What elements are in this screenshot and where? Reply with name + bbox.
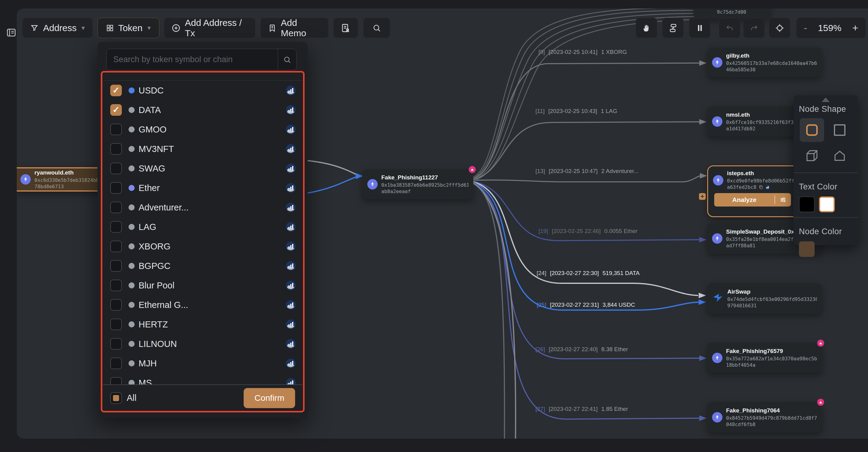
token-row-adventurer[interactable]: ✓ Adventurer...: [103, 198, 303, 217]
node-partial-top[interactable]: 9c75dc7d00: [693, 8, 770, 19]
ethereum-icon: [712, 233, 722, 244]
search-icon: [372, 24, 381, 33]
token-row-mv3nft[interactable]: ✓ MV3NFT: [103, 139, 303, 159]
checkbox-unchecked[interactable]: ✓: [110, 358, 122, 369]
checkbox-unchecked[interactable]: ✓: [110, 260, 122, 272]
edge-label-26[interactable]: [26] [2023-02-27 22:40] 8.38 Ether: [535, 346, 628, 353]
token-row-data[interactable]: ✓ DATA: [103, 100, 303, 120]
etherscan-icon[interactable]: [286, 280, 296, 290]
shape-square-option[interactable]: [828, 118, 852, 142]
token-row-bgpgc[interactable]: ✓ BGPGC: [103, 256, 303, 276]
analyze-button[interactable]: Analyze: [714, 193, 791, 207]
etherscan-icon[interactable]: [286, 339, 296, 349]
checkbox-unchecked[interactable]: ✓: [110, 143, 122, 155]
token-search-input[interactable]: [106, 49, 278, 70]
shape-rounded-square-option[interactable]: [800, 118, 824, 142]
token-row-usdc[interactable]: ✓ USDC: [103, 81, 303, 100]
etherscan-icon[interactable]: [286, 242, 296, 251]
zoom-in-button[interactable]: +: [852, 22, 858, 34]
etherscan-icon[interactable]: [765, 185, 770, 190]
edge-label-9[interactable]: [9] [2023-02-25 10:41] 1 XBORG: [538, 49, 627, 55]
address-filter-button[interactable]: Address ▾: [22, 18, 93, 38]
checkbox-unchecked[interactable]: ✓: [110, 241, 122, 252]
etherscan-icon[interactable]: [286, 222, 296, 232]
token-row-ethernal[interactable]: ✓ Ethernal G...: [103, 295, 303, 314]
etherscan-icon[interactable]: [286, 183, 296, 193]
checkbox-unchecked[interactable]: ✓: [110, 163, 122, 174]
etherscan-icon[interactable]: [286, 359, 296, 368]
node-color-brown-swatch[interactable]: [799, 241, 815, 257]
node-settings-icon[interactable]: [775, 197, 791, 203]
select-all-checkbox[interactable]: [110, 392, 122, 404]
etherscan-icon[interactable]: [286, 378, 296, 384]
token-search-submit[interactable]: [278, 49, 296, 70]
expand-node-button[interactable]: +: [699, 193, 706, 200]
edge-label-27[interactable]: [27] [2023-02-27 22:41] 1.85 Ether: [535, 406, 628, 413]
checkbox-checked[interactable]: ✓: [110, 85, 122, 96]
checkbox-unchecked[interactable]: ✓: [110, 280, 122, 291]
node-gilby[interactable]: gilby.eth 0x42560517b33a7e68cda1640aa47b…: [707, 48, 822, 78]
zoom-level: 159%: [818, 23, 841, 33]
checkbox-unchecked[interactable]: ✓: [110, 319, 122, 330]
shape-cube-option[interactable]: [800, 144, 824, 168]
token-search-box: [106, 49, 297, 70]
checkbox-unchecked[interactable]: ✓: [110, 124, 122, 135]
edge-label-11[interactable]: [11] [2023-02-25 10:43] 1 LAG: [535, 108, 617, 115]
checkbox-unchecked[interactable]: ✓: [110, 338, 122, 350]
etherscan-icon[interactable]: [286, 261, 296, 271]
locate-center-button[interactable]: [769, 18, 790, 38]
token-row-lilnoun[interactable]: ✓ LILNOUN: [103, 334, 303, 354]
auto-layout-button[interactable]: [662, 18, 684, 38]
etherscan-icon[interactable]: [286, 125, 296, 134]
token-row-gmoo[interactable]: ✓ GMOO: [103, 120, 303, 139]
text-color-black-swatch[interactable]: [799, 197, 815, 212]
checkbox-unchecked[interactable]: ✓: [110, 182, 122, 194]
edge-label-19[interactable]: [19] [2023-02-25 22:46] 0.0055 Ether: [538, 228, 638, 235]
checkbox-unchecked[interactable]: ✓: [110, 202, 122, 213]
checkbox-unchecked[interactable]: ✓: [110, 221, 122, 233]
node-fake-phishing11227[interactable]: Fake_Phishing11227 0x1ba383587e6b6e8925b…: [363, 169, 473, 199]
token-row-lag[interactable]: ✓ LAG: [103, 217, 303, 237]
etherscan-icon[interactable]: [286, 86, 296, 95]
token-row-ether[interactable]: ✓ Ether: [103, 178, 303, 198]
token-row-blur-pool[interactable]: ✓ Blur Pool: [103, 276, 303, 295]
node-airswap[interactable]: AirSwap 0x74de5d4fcbf63e00296fd95d33236b…: [707, 283, 822, 314]
etherscan-icon[interactable]: [286, 163, 296, 173]
edge-label-25[interactable]: [25] [2023-02-27 22:31] 3,844 USDC: [537, 302, 635, 308]
copy-icon[interactable]: [759, 185, 763, 189]
add-memo-button[interactable]: Add Memo: [260, 18, 329, 38]
token-dot: [128, 107, 135, 113]
search-button[interactable]: [363, 18, 390, 38]
etherscan-icon[interactable]: [286, 203, 296, 212]
redo-button[interactable]: [743, 18, 765, 38]
hand-icon: [642, 24, 651, 33]
token-filter-button[interactable]: Token ▾: [97, 18, 159, 38]
text-color-white-swatch[interactable]: [819, 197, 835, 212]
etherscan-icon[interactable]: [286, 144, 296, 154]
add-address-tx-button[interactable]: Add Address / Tx: [164, 18, 255, 38]
token-row-hertz[interactable]: ✓ HERTZ: [103, 314, 303, 334]
shape-house-option[interactable]: [828, 144, 852, 168]
undo-button[interactable]: [719, 18, 740, 38]
edge-label-24[interactable]: [24] [2023-02-27 22:30] 519,351 DATA: [537, 270, 640, 277]
edge-label-13[interactable]: [13] [2023-02-25 10:47] 2 Adventurer...: [535, 168, 639, 175]
checkbox-checked[interactable]: ✓: [110, 104, 122, 116]
sidebar-toggle-button[interactable]: [5, 26, 18, 39]
token-row-mjh[interactable]: ✓ MJH: [103, 354, 303, 373]
confirm-button[interactable]: Confirm: [244, 388, 295, 408]
checkbox-unchecked[interactable]: ✓: [110, 377, 122, 384]
etherscan-icon[interactable]: [286, 320, 296, 329]
pan-tool-button[interactable]: [636, 18, 657, 38]
node-fake-phishing7064[interactable]: Fake_Phishing7064 0x84527b5949d479c879b8…: [707, 402, 822, 432]
memo-manager-button[interactable]: [333, 18, 358, 38]
token-row-xborg[interactable]: ✓ XBORG: [103, 237, 303, 256]
align-columns-button[interactable]: [689, 18, 711, 38]
token-row-partial[interactable]: ✓ MS: [103, 373, 303, 384]
node-fake-phishing76579[interactable]: Fake_Phishing76579 0x35a772a682af1e34c03…: [707, 343, 822, 373]
token-row-swag[interactable]: ✓ SWAG: [103, 159, 303, 178]
etherscan-icon[interactable]: [286, 105, 296, 115]
add-memo-label: Add Memo: [281, 18, 321, 38]
etherscan-icon[interactable]: [286, 300, 296, 310]
zoom-out-button[interactable]: -: [804, 22, 807, 34]
checkbox-unchecked[interactable]: ✓: [110, 299, 122, 311]
